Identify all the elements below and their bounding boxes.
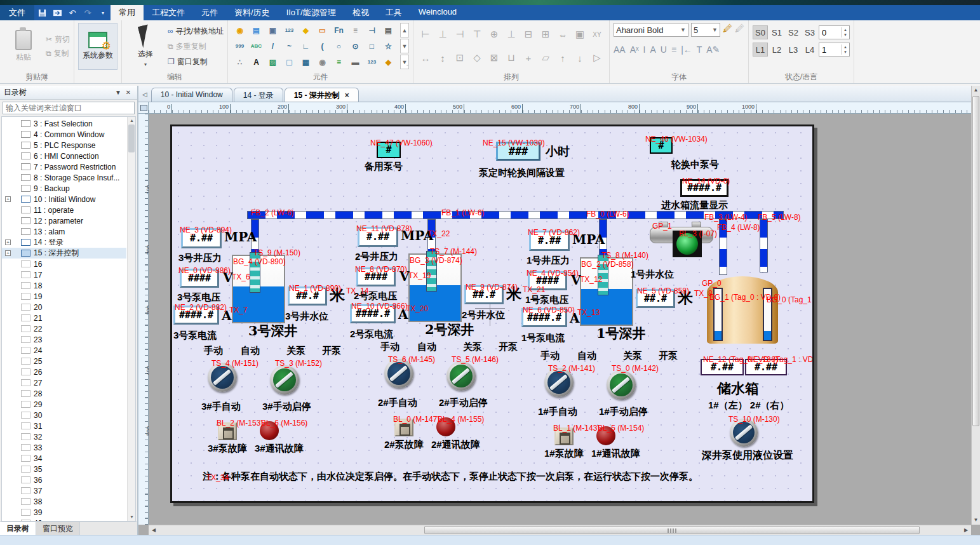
- lamp-caption[interactable]: 1#通讯故障: [591, 448, 640, 460]
- display-caption[interactable]: 3号泵电流: [173, 330, 217, 342]
- numeric-display[interactable]: ##.#: [636, 289, 675, 308]
- numeric-display[interactable]: ####.#: [680, 179, 728, 197]
- xy-icon[interactable]: XY: [593, 31, 601, 38]
- wave-icon[interactable]: ~: [281, 39, 297, 53]
- system-parameters-button[interactable]: 系统参数: [78, 23, 117, 70]
- align-top-icon[interactable]: ⊤: [473, 29, 481, 40]
- scroll-up-icon[interactable]: ▲: [972, 86, 980, 95]
- switch-caption[interactable]: 3#手动启停: [262, 401, 311, 413]
- numeric2-icon[interactable]: 123: [364, 55, 380, 69]
- select-dropdown-icon[interactable]: ▾: [144, 62, 147, 67]
- space-h-icon[interactable]: ⊞: [542, 29, 550, 40]
- display-caption[interactable]: 3号井压力: [178, 252, 222, 264]
- tree-item-8[interactable]: 8 : Storage Space Insuf...: [2, 172, 126, 183]
- well-name[interactable]: 3号深井: [248, 322, 298, 340]
- pipe-icon[interactable]: ⊣: [364, 23, 380, 37]
- menu-tab-工具[interactable]: 工具: [377, 5, 410, 20]
- tree-item-38[interactable]: 38: [2, 496, 126, 507]
- language-button-L2[interactable]: L2: [769, 43, 784, 57]
- style-paint2-icon[interactable]: 🖉: [735, 23, 744, 37]
- copy-button[interactable]: ⧉复制: [46, 46, 70, 60]
- panel-tab-窗口预览[interactable]: 窗口预览: [36, 522, 80, 535]
- expand-icon[interactable]: +: [5, 250, 11, 256]
- height-icon[interactable]: ↕: [440, 53, 445, 64]
- panel-close-icon[interactable]: ✕: [123, 89, 133, 96]
- align-text-icon[interactable]: ≡: [671, 44, 676, 55]
- display-caption[interactable]: 泵定时轮换间隔设置: [479, 167, 565, 179]
- tree-item-16[interactable]: 16: [2, 259, 126, 269]
- level-bargraph[interactable]: [713, 288, 723, 341]
- language-button-L4[interactable]: L4: [802, 43, 817, 57]
- window-tab-14 - 登录[interactable]: 14 - 登录: [234, 88, 283, 102]
- unit-label[interactable]: 米: [330, 285, 345, 306]
- menu-tab-元件[interactable]: 元件: [193, 5, 226, 20]
- font-family-select[interactable]: Aharoni Bold▼: [614, 23, 688, 37]
- tree-item-33[interactable]: 33: [2, 442, 126, 453]
- display-caption[interactable]: 2号井压力: [355, 251, 398, 263]
- align-middle-icon[interactable]: ⊕: [490, 29, 499, 40]
- state-button-S2[interactable]: S2: [786, 25, 801, 39]
- toolbox-expand-icon[interactable]: ▼̱: [400, 55, 409, 69]
- tag-icon[interactable]: ◆: [298, 23, 314, 37]
- line-icon[interactable]: /: [265, 39, 281, 53]
- window-filter-input[interactable]: [3, 102, 135, 114]
- same-width-icon[interactable]: ⇔: [558, 29, 567, 40]
- switch-position-label[interactable]: 关泵: [623, 350, 642, 362]
- toggle-switch-start-stop[interactable]: [446, 361, 476, 391]
- switch-caption[interactable]: 1#手动启停: [599, 406, 648, 418]
- tree-item-34[interactable]: 34: [2, 453, 126, 464]
- tree-item-36[interactable]: 36: [2, 474, 126, 485]
- window-tab-10 - Initial Window[interactable]: 10 - Initial Window: [151, 88, 232, 102]
- unit-label[interactable]: A: [222, 308, 232, 323]
- paste-button[interactable]: 粘贴: [4, 23, 43, 70]
- display-caption[interactable]: 1号泵电流: [521, 332, 565, 344]
- switch-position-label[interactable]: 自动: [241, 345, 260, 357]
- level-setting-switch[interactable]: [730, 419, 758, 447]
- function-key-icon[interactable]: ▭: [314, 23, 330, 37]
- switch-position-label[interactable]: 自动: [577, 350, 596, 362]
- toggle-switch-manual-auto[interactable]: [544, 368, 574, 397]
- multi-copy-button[interactable]: ⧉多重复制: [168, 39, 224, 53]
- panel-tab-目录树[interactable]: 目录树: [0, 522, 36, 535]
- fn-icon[interactable]: Fn: [331, 23, 347, 37]
- tree-item-20[interactable]: 20: [2, 302, 126, 313]
- scroll-right-icon[interactable]: ▶: [961, 525, 971, 535]
- numeric-display[interactable]: ##.#: [288, 286, 327, 306]
- layer-top-icon[interactable]: ↑: [560, 53, 565, 64]
- flip-icon[interactable]: ▷: [593, 52, 601, 64]
- unit-label[interactable]: MPA: [401, 228, 433, 243]
- group-icon[interactable]: ⊠: [490, 52, 499, 64]
- tree-item-39[interactable]: 39: [2, 507, 126, 518]
- fault-indicator-button[interactable]: [554, 427, 574, 445]
- style-paint-icon[interactable]: 🖉: [723, 23, 732, 37]
- numeric-display[interactable]: ####.#: [521, 308, 567, 327]
- menu-tab-工程文件[interactable]: 工程文件: [144, 5, 193, 20]
- unit-label[interactable]: V: [399, 269, 410, 284]
- ungroup-icon[interactable]: ⊔: [507, 52, 515, 64]
- valign-icon[interactable]: T: [697, 44, 702, 55]
- switch-position-label[interactable]: 手动: [204, 345, 223, 357]
- align-bottom-icon[interactable]: ⊥: [507, 29, 515, 40]
- switch-position-label[interactable]: 手动: [380, 341, 399, 353]
- unit-label[interactable]: V: [223, 270, 233, 285]
- tree-item-26[interactable]: 26: [2, 367, 126, 377]
- storage-sub-caption[interactable]: 1#（左） 2#（右）: [708, 400, 789, 412]
- undo-icon[interactable]: ↶: [65, 5, 80, 20]
- bulb-icon[interactable]: ◉: [314, 55, 330, 69]
- unit-label[interactable]: MPA: [572, 232, 605, 247]
- font-grow-icon[interactable]: AA: [614, 44, 626, 55]
- toggle-switch-manual-auto[interactable]: [208, 363, 237, 392]
- display-caption[interactable]: 进水箱流量显示: [661, 199, 728, 212]
- switch-caption[interactable]: 1#手自动: [538, 406, 577, 418]
- numeric-display[interactable]: ####.#: [173, 306, 219, 325]
- display-caption[interactable]: 轮换中泵号: [671, 159, 719, 171]
- state-spinner[interactable]: 0 ▲▼: [819, 25, 850, 39]
- save-icon[interactable]: [34, 5, 50, 20]
- tree-item-5[interactable]: 5 : PLC Response: [2, 140, 126, 151]
- switch-position-label[interactable]: 手动: [540, 350, 560, 362]
- numeric-display[interactable]: ####.#: [350, 304, 396, 323]
- tree-item-31[interactable]: 31: [2, 421, 126, 431]
- tree-item-25[interactable]: 25: [2, 356, 126, 367]
- lamp-caption[interactable]: 3#通讯故障: [255, 443, 304, 455]
- tree-item-6[interactable]: 6 : HMI Connection: [2, 151, 126, 161]
